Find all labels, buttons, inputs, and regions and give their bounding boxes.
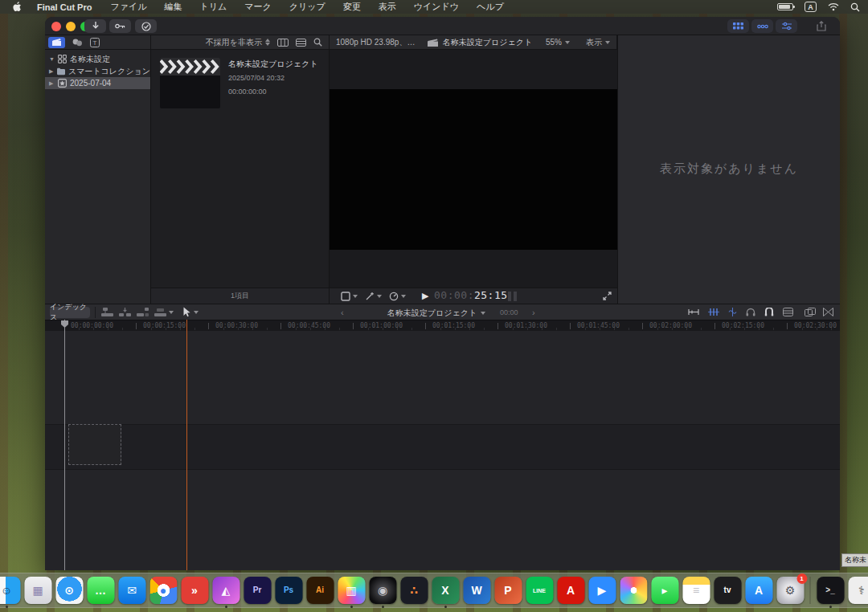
trim-icon[interactable] — [688, 308, 699, 316]
keyword-editor-button[interactable] — [109, 19, 131, 33]
dock-system-settings-icon[interactable]: ⚙1 — [776, 573, 805, 608]
import-media-button[interactable] — [84, 19, 106, 33]
toggle-browser-button[interactable] — [727, 19, 749, 33]
show-media-sidebar-icon[interactable] — [48, 37, 65, 48]
transitions-browser-icon[interactable] — [823, 308, 833, 316]
connect-edit-icon[interactable] — [101, 308, 113, 317]
dock-compressor-icon[interactable]: ◉ — [368, 573, 398, 608]
viewer-zoom-popup[interactable]: 55% — [546, 38, 570, 47]
menu-trim[interactable]: トリム — [190, 1, 235, 13]
dock-photoshop-icon[interactable]: Ps — [274, 573, 304, 608]
dock-photos-icon[interactable] — [619, 573, 649, 608]
apple-menu-icon[interactable] — [8, 2, 27, 12]
effects-browser-icon[interactable] — [805, 308, 816, 316]
inspector-empty-message: 表示対象がありません — [618, 161, 840, 177]
skimming-icon[interactable] — [708, 308, 719, 316]
menu-help[interactable]: ヘルプ — [468, 1, 513, 13]
dock-safari-icon[interactable]: ⊙ — [55, 573, 84, 608]
dock-word-icon[interactable]: W — [462, 573, 492, 608]
dock-launchpad-icon[interactable]: ▦ — [23, 573, 53, 608]
menu-edit[interactable]: 編集 — [155, 1, 190, 13]
dock-messages-icon[interactable]: … — [86, 573, 116, 608]
audio-skimming-icon[interactable] — [728, 308, 737, 316]
spotlight-search-icon[interactable] — [850, 2, 860, 12]
viewer-project-name[interactable]: 名称未設定プロジェクト — [443, 37, 532, 48]
project-info[interactable]: 名称未設定プロジェクト 2025/07/04 20:32 00:00:00:00 — [228, 59, 318, 96]
crop-transform-popup[interactable] — [341, 292, 358, 301]
dock-zoom-icon[interactable]: ▶ — [588, 573, 617, 608]
previous-project-icon[interactable]: ‹ — [341, 308, 344, 317]
project-thumbnail[interactable] — [160, 58, 220, 108]
menu-file[interactable]: ファイル — [101, 1, 155, 13]
toggle-inspector-button[interactable] — [776, 19, 797, 33]
disclosure-triangle-icon[interactable]: ▶ — [49, 80, 55, 87]
clip-appearance-icon[interactable] — [783, 308, 793, 316]
dock-illustrator-icon[interactable]: Ai — [305, 573, 335, 608]
menu-mark[interactable]: マーク — [235, 1, 280, 13]
dock-etrecheck-icon[interactable]: ⚕ — [847, 573, 868, 608]
gap-clip-placeholder[interactable] — [68, 424, 121, 465]
timeline-ruler[interactable]: 00:00:00:0000:00:15:0000:00:30:0000:00:4… — [45, 320, 840, 331]
dock-mail-icon[interactable]: ✉ — [117, 573, 147, 608]
menu-modify[interactable]: 変更 — [334, 1, 370, 13]
fullscreen-icon[interactable] — [603, 292, 612, 300]
menu-window[interactable]: ウインドウ — [405, 1, 468, 13]
dock-terminal-icon[interactable]: >_ — [816, 573, 845, 608]
dock-facetime-icon[interactable]: ▸ — [650, 573, 680, 608]
dock-notes-icon[interactable]: ≡ — [682, 573, 711, 608]
input-source-icon[interactable]: A — [805, 2, 817, 12]
sidebar-item-event-2025-07-04[interactable]: ▶ 2025-07-04 — [45, 77, 150, 89]
dock-davinci-resolve-icon[interactable]: ∴ — [399, 573, 429, 608]
menu-clip[interactable]: クリップ — [280, 1, 334, 13]
dock-apple-tv-icon[interactable]: tv — [713, 573, 743, 608]
filmstrip-view-icon[interactable] — [277, 39, 289, 47]
overwrite-edit-popup[interactable] — [154, 308, 174, 317]
sidebar-item-library[interactable]: ▼ 名称未設定 — [45, 53, 150, 65]
viewer-format-info[interactable]: 1080p HD 23.98p、… — [336, 37, 415, 48]
audio-meters-icon[interactable] — [508, 292, 517, 301]
snapping-icon[interactable] — [764, 308, 774, 316]
disclosure-triangle-icon[interactable]: ▶ — [49, 68, 54, 75]
enhancements-popup[interactable] — [365, 292, 382, 301]
dock-final-cut-pro-icon[interactable]: ▥ — [337, 573, 366, 608]
titles-generators-sidebar-icon[interactable]: T — [90, 38, 100, 47]
disclosure-triangle-icon[interactable]: ▼ — [49, 56, 55, 62]
photos-audio-sidebar-icon[interactable] — [72, 38, 83, 47]
dock-line-icon[interactable]: LINE — [525, 573, 555, 608]
share-button[interactable] — [810, 19, 832, 33]
battery-icon[interactable] — [777, 3, 793, 10]
toggle-timeline-button[interactable] — [751, 19, 773, 33]
sidebar-item-smart-collection[interactable]: ▶ スマートコレクション — [45, 65, 150, 77]
timeline-body[interactable] — [45, 331, 840, 570]
browser-search-icon[interactable] — [313, 38, 322, 47]
dock-finder-icon[interactable]: ☺ — [0, 573, 22, 608]
play-button[interactable]: ▶ — [422, 291, 428, 301]
minimize-window-button[interactable] — [66, 22, 76, 31]
dock-powerpoint-icon[interactable]: P — [493, 573, 523, 608]
timeline-index-button[interactable]: インデックス — [50, 307, 90, 318]
solo-icon[interactable] — [746, 308, 755, 316]
dock-chrome-icon[interactable]: ● — [149, 573, 178, 608]
background-tasks-button[interactable] — [135, 19, 157, 33]
retime-popup[interactable] — [389, 292, 406, 301]
tool-select-popup[interactable] — [183, 307, 199, 317]
dock-excel-icon[interactable]: X — [431, 573, 461, 608]
append-edit-icon[interactable] — [137, 308, 149, 317]
menu-view[interactable]: 表示 — [370, 1, 405, 13]
timeline-project-popup[interactable]: 名称未設定プロジェクト — [383, 308, 490, 319]
dock-red-utility-icon[interactable]: » — [180, 573, 210, 608]
dock-premiere-pro-icon[interactable]: Pr — [243, 573, 272, 608]
playhead-line[interactable] — [64, 320, 65, 570]
app-menu[interactable]: Final Cut Pro — [27, 2, 101, 12]
viewer-view-popup[interactable]: 表示 — [586, 37, 610, 48]
dock-acrobat-icon[interactable]: A — [556, 573, 586, 608]
dock-affinity-photo-icon[interactable]: ◭ — [211, 573, 241, 608]
close-window-button[interactable] — [51, 22, 61, 31]
list-view-icon[interactable] — [296, 39, 306, 47]
wifi-icon[interactable] — [828, 2, 839, 11]
filter-popup[interactable]: 不採用を非表示 — [206, 37, 270, 48]
dock-app-store-icon[interactable]: A — [744, 573, 774, 608]
next-project-icon[interactable]: › — [532, 308, 535, 317]
insert-edit-icon[interactable] — [119, 308, 131, 317]
viewer-canvas[interactable] — [330, 89, 617, 250]
